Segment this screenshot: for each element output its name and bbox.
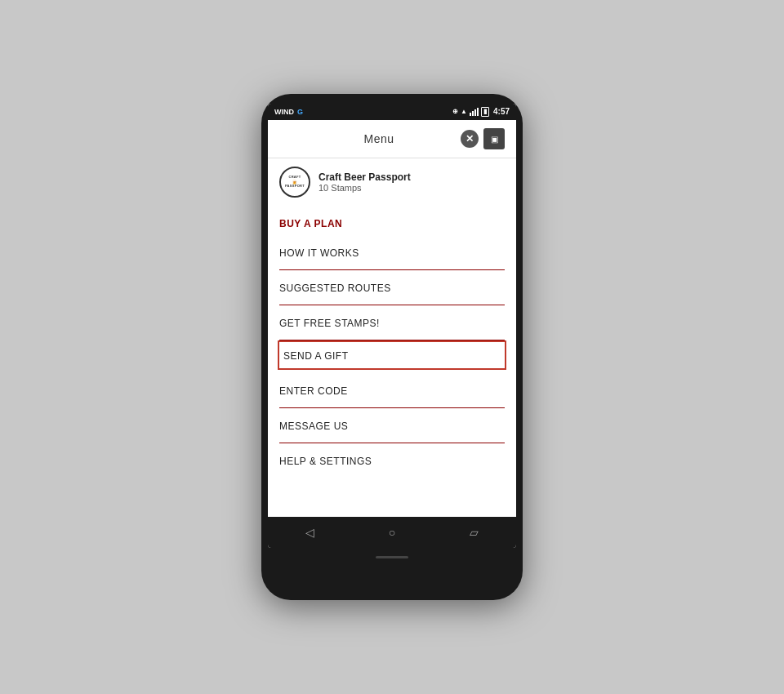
menu-item-label: ENTER CODE xyxy=(279,385,348,397)
status-left: WIND G xyxy=(274,108,303,116)
carrier-text: WIND xyxy=(274,108,294,116)
close-button[interactable]: ✕ xyxy=(461,130,479,148)
phone-screen: WIND G ⊕ ▲ ▮ 4:57 xyxy=(268,104,516,548)
menu-header: Menu ✕ ▣ xyxy=(268,120,516,158)
book-icon[interactable]: ▣ xyxy=(483,128,505,149)
passport-logo: CRAFT 🍺 PASSPORT xyxy=(279,167,310,198)
battery-icon: ▮ xyxy=(481,107,489,117)
menu-item-get-free-stamps[interactable]: GET FREE STAMPS! xyxy=(279,305,505,340)
back-button[interactable]: ◁ xyxy=(305,526,314,539)
menu-title: Menu xyxy=(363,132,394,145)
phone-device: WIND G ⊕ ▲ ▮ 4:57 xyxy=(261,94,523,600)
menu-item-enter-code[interactable]: ENTER CODE xyxy=(279,373,505,408)
menu-item-label: SEND A GIFT xyxy=(283,350,349,362)
menu-item-message-us[interactable]: MESSAGE US xyxy=(279,408,505,443)
home-button[interactable]: ○ xyxy=(389,526,395,539)
passport-row: CRAFT 🍺 PASSPORT Craft Beer Passport 10 … xyxy=(268,158,516,206)
app-content: Menu ✕ ▣ CRAFT 🍺 PASSPORT xyxy=(268,120,516,517)
menu-item-help-settings[interactable]: HELP & SETTINGS xyxy=(279,443,505,478)
status-right: ⊕ ▲ ▮ 4:57 xyxy=(452,107,510,117)
wifi-icon: ▲ xyxy=(461,108,467,115)
menu-item-label: HELP & SETTINGS xyxy=(279,456,372,467)
recent-button[interactable]: ▱ xyxy=(470,526,479,539)
time-text: 4:57 xyxy=(493,107,510,116)
close-icon: ✕ xyxy=(466,133,474,145)
menu-item-label: BUY A PLAN xyxy=(279,218,342,229)
phone-bottom xyxy=(268,548,516,566)
menu-item-label: MESSAGE US xyxy=(279,420,348,432)
passport-info: Craft Beer Passport 10 Stamps xyxy=(318,171,411,193)
passport-stamps: 10 Stamps xyxy=(318,183,411,193)
menu-item-buy-plan[interactable]: BUY A PLAN xyxy=(279,206,505,235)
passport-name: Craft Beer Passport xyxy=(318,171,411,183)
bottom-nav: ◁ ○ ▱ xyxy=(268,517,516,548)
menu-item-send-gift[interactable]: SEND A GIFT xyxy=(278,340,506,370)
status-bar: WIND G ⊕ ▲ ▮ 4:57 xyxy=(268,104,516,120)
menu-item-label: SUGGESTED ROUTES xyxy=(279,282,391,294)
menu-items: BUY A PLAN HOW IT WORKS SUGGESTED ROUTES… xyxy=(268,206,516,517)
network-type: G xyxy=(297,108,303,116)
signal-icon xyxy=(470,108,479,116)
location-icon: ⊕ xyxy=(452,108,458,115)
menu-item-label: HOW IT WORKS xyxy=(279,247,359,259)
menu-item-suggested-routes[interactable]: SUGGESTED ROUTES xyxy=(279,270,505,305)
book-symbol: ▣ xyxy=(491,135,498,144)
menu-item-label: GET FREE STAMPS! xyxy=(279,318,380,329)
home-bar xyxy=(376,556,408,558)
menu-item-how-it-works[interactable]: HOW IT WORKS xyxy=(279,235,505,270)
